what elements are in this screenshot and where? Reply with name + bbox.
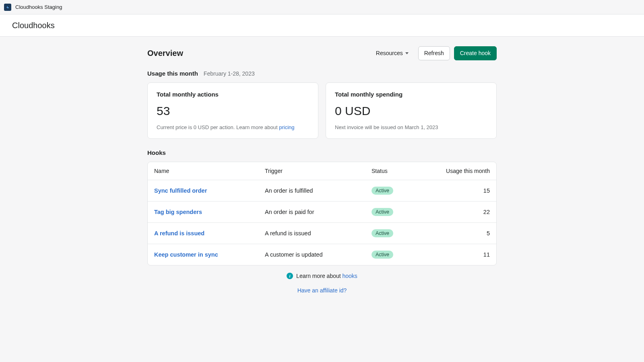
chevron-down-icon xyxy=(405,52,409,54)
hook-trigger: A refund is issued xyxy=(265,230,372,237)
page-title: Overview xyxy=(147,49,183,58)
topbar-title: Cloudhooks Staging xyxy=(15,4,62,10)
affiliate-row: Have an affiliate id? xyxy=(147,287,497,294)
hook-trigger: A customer is updated xyxy=(265,251,372,258)
card-total-spending: Total monthly spending 0 USD Next invoic… xyxy=(326,82,497,139)
usage-cards: Total monthly actions 53 Current price i… xyxy=(147,82,497,139)
create-hook-button[interactable]: Create hook xyxy=(454,46,497,60)
usage-period: February 1-28, 2023 xyxy=(204,70,255,77)
usage-section-head: Usage this month February 1-28, 2023 xyxy=(147,70,497,77)
hook-name-link[interactable]: A refund is issued xyxy=(154,230,204,237)
affiliate-link[interactable]: Have an affiliate id? xyxy=(297,287,347,294)
hooks-doc-link[interactable]: hooks xyxy=(343,273,357,279)
card-actions-footer-text: Current price is 0 USD per action. Learn… xyxy=(157,124,279,130)
hook-usage: 5 xyxy=(436,230,490,237)
hooks-section-title: Hooks xyxy=(147,149,497,156)
hook-name-link[interactable]: Tag big spenders xyxy=(154,209,202,215)
pricing-link[interactable]: pricing xyxy=(279,124,294,130)
top-bar: Cloudhooks Staging xyxy=(0,0,644,14)
card-spending-footer: Next invoice will be issued on March 1, … xyxy=(335,124,487,130)
header-title: Cloudhooks xyxy=(12,21,55,30)
table-row: Tag big spendersAn order is paid forActi… xyxy=(148,202,496,223)
status-badge: Active xyxy=(372,251,393,259)
col-header-name: Name xyxy=(154,168,265,174)
status-badge: Active xyxy=(372,208,393,216)
card-spending-value: 0 USD xyxy=(335,104,487,118)
card-actions-title: Total monthly actions xyxy=(157,91,309,98)
info-icon: i xyxy=(287,273,293,279)
resources-dropdown[interactable]: Resources xyxy=(370,47,414,60)
card-actions-footer: Current price is 0 USD per action. Learn… xyxy=(157,124,309,130)
table-row: Sync fulfilled orderAn order is fulfille… xyxy=(148,180,496,202)
hooks-table: Name Trigger Status Usage this month Syn… xyxy=(147,162,497,265)
status-badge: Active xyxy=(372,229,393,237)
hook-usage: 15 xyxy=(436,187,490,194)
card-actions-value: 53 xyxy=(157,104,309,118)
card-spending-title: Total monthly spending xyxy=(335,91,487,98)
col-header-status: Status xyxy=(372,168,436,174)
hook-name-link[interactable]: Sync fulfilled order xyxy=(154,187,207,194)
main-content: Overview Resources Refresh Create hook U… xyxy=(147,37,497,310)
refresh-button[interactable]: Refresh xyxy=(418,46,450,60)
page-head: Overview Resources Refresh Create hook xyxy=(147,46,497,60)
card-total-actions: Total monthly actions 53 Current price i… xyxy=(147,82,318,139)
table-body: Sync fulfilled orderAn order is fulfille… xyxy=(148,180,496,265)
app-header: Cloudhooks xyxy=(0,14,644,37)
hook-name-link[interactable]: Keep customer in sync xyxy=(154,251,218,258)
status-badge: Active xyxy=(372,187,393,195)
app-logo-icon xyxy=(4,4,11,11)
usage-title: Usage this month xyxy=(147,70,198,77)
table-row: A refund is issuedA refund is issuedActi… xyxy=(148,223,496,244)
resources-label: Resources xyxy=(376,50,403,57)
hook-trigger: An order is paid for xyxy=(265,209,372,215)
hook-trigger: An order is fulfilled xyxy=(265,187,372,194)
col-header-trigger: Trigger xyxy=(265,168,372,174)
page-actions: Resources Refresh Create hook xyxy=(370,46,497,60)
hook-usage: 11 xyxy=(436,251,490,258)
table-header-row: Name Trigger Status Usage this month xyxy=(148,162,496,180)
hook-usage: 22 xyxy=(436,209,490,215)
col-header-usage: Usage this month xyxy=(436,168,490,174)
table-row: Keep customer in syncA customer is updat… xyxy=(148,244,496,265)
learn-more-row: i Learn more about hooks xyxy=(147,273,497,279)
learn-more-text: Learn more about xyxy=(296,273,342,279)
